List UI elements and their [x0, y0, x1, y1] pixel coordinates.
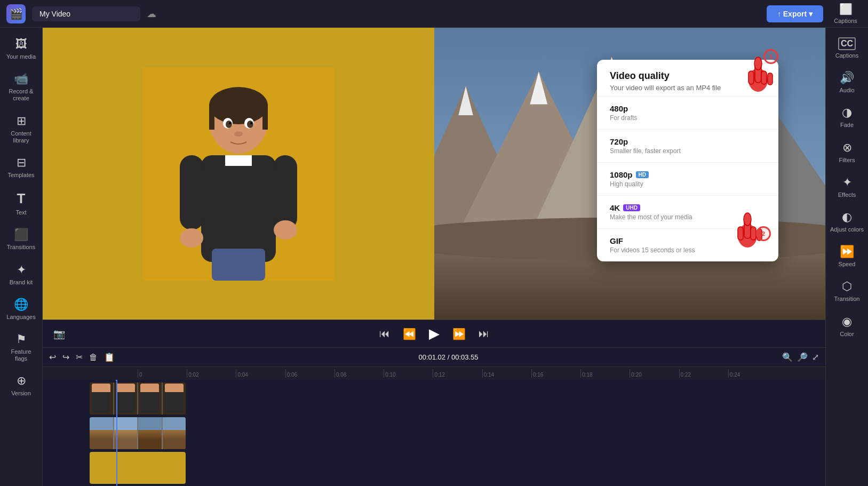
quality-label-4k: 4K UHD	[610, 203, 766, 212]
play-button[interactable]: ▶	[429, 325, 440, 342]
ruler-mark: 0:14	[482, 369, 531, 378]
sidebar-item-label: Your media	[6, 53, 36, 60]
delete-button[interactable]: 🗑	[89, 353, 98, 362]
sidebar-item-transitions[interactable]: ⬛ Transitions	[2, 222, 41, 256]
right-item-audio[interactable]: 🔊 Audio	[828, 66, 866, 99]
ruler-mark: 0:16	[531, 369, 580, 378]
app-logo: 🎬	[6, 4, 26, 23]
right-item-label: Filters	[839, 157, 855, 164]
right-item-fade[interactable]: ◑ Fade	[828, 100, 866, 134]
main-layout: 🖼 Your media 📹 Record &create ⊞ Content …	[0, 28, 868, 486]
right-item-filters[interactable]: ⊗ Filters	[828, 136, 866, 169]
landscape-clip[interactable]	[90, 417, 186, 449]
right-item-label: Color	[840, 331, 854, 338]
rewind-button[interactable]: ⏪	[403, 328, 416, 340]
right-item-label: Speed	[839, 261, 856, 268]
export-button[interactable]: ↑ Export ▾	[767, 5, 823, 22]
feature-flags-icon: ⚑	[16, 332, 27, 346]
sidebar-item-record-create[interactable]: 📹 Record &create	[2, 67, 41, 107]
ruler-mark: 0:06	[285, 369, 335, 378]
avatar-svg	[142, 67, 335, 281]
quality-desc-480p: For drafts	[610, 114, 766, 122]
quality-label-720p: 720p	[610, 137, 766, 146]
ruler-mark: 0:02	[187, 369, 236, 378]
quality-option-720p[interactable]: 720p Smaller file, faster export	[597, 129, 778, 162]
hd-badge: HD	[636, 171, 649, 178]
record-create-icon: 📹	[14, 72, 28, 86]
ruler-mark: 0:18	[580, 369, 630, 378]
skip-back-button[interactable]: ⏮	[379, 328, 390, 340]
ruler-mark: 0:20	[630, 369, 679, 378]
fit-button[interactable]: ⤢	[812, 352, 819, 362]
quality-desc-720p: Smaller file, faster export	[610, 147, 766, 155]
svg-rect-15	[273, 155, 297, 230]
cloud-save-icon[interactable]: ☁	[147, 8, 156, 20]
quality-option-480p[interactable]: 480p For drafts	[597, 96, 778, 129]
audio-icon: 🔊	[840, 71, 854, 85]
version-icon: ⊕	[17, 374, 26, 388]
content-library-icon: ⊞	[17, 114, 26, 128]
undo-button[interactable]: ↩	[49, 352, 56, 362]
color-clip[interactable]	[90, 452, 186, 484]
effects-icon: ✦	[842, 176, 852, 189]
right-item-label: Effects	[838, 192, 856, 198]
skip-forward-button[interactable]: ⏭	[479, 328, 489, 340]
camera-icon[interactable]: 📷	[53, 328, 65, 340]
right-sidebar: CC Captions 🔊 Audio ◑ Fade ⊗ Filters ✦ E…	[825, 28, 868, 486]
video-controls: 📷 ⏮ ⏪ ▶ ⏩ ⏭	[43, 320, 825, 347]
ruler-mark: 0	[138, 369, 187, 378]
templates-icon: ⊟	[17, 156, 26, 170]
svg-rect-18	[212, 249, 265, 281]
quality-option-4k[interactable]: 4K UHD Make the most of your media	[597, 195, 778, 228]
quality-header: Video quality Your video will export as …	[597, 60, 778, 96]
right-item-color[interactable]: ◉ Color	[828, 309, 866, 343]
right-item-label: Fade	[840, 122, 854, 129]
zoom-in-button[interactable]: 🔎	[797, 352, 808, 362]
quality-subtitle: Your video will export as an MP4 file	[610, 84, 766, 92]
svg-point-9	[229, 122, 231, 124]
sidebar-item-content-library[interactable]: ⊞ Content library	[2, 109, 41, 149]
svg-point-16	[180, 228, 203, 248]
right-item-transition[interactable]: ⬡ Transition	[828, 274, 866, 308]
sidebar-item-brand-kit[interactable]: ✦ Brand kit	[2, 258, 41, 291]
sidebar-item-your-media[interactable]: 🖼 Your media	[2, 32, 41, 66]
copy-button[interactable]: 📋	[104, 352, 115, 362]
svg-point-17	[274, 220, 297, 240]
timeline-toolbar: ↩ ↪ ✂ 🗑 📋 00:01.02 / 00:03.55 🔍 🔎 ⤢	[43, 348, 825, 367]
captions-icon: CC	[838, 37, 856, 50]
quality-option-1080p[interactable]: 1080p HD High quality	[597, 162, 778, 195]
uhd-badge: UHD	[623, 204, 640, 211]
video-clip[interactable]	[90, 383, 186, 415]
sidebar-item-label: Brand kit	[10, 279, 33, 286]
brand-kit-icon: ✦	[17, 263, 26, 277]
ruler-mark: 0:08	[335, 369, 384, 378]
right-item-speed[interactable]: ⏩ Speed	[828, 240, 866, 273]
redo-button[interactable]: ↪	[62, 352, 69, 362]
fast-forward-button[interactable]: ⏩	[452, 328, 466, 340]
left-sidebar: 🖼 Your media 📹 Record &create ⊞ Content …	[0, 28, 43, 486]
color-track	[43, 451, 825, 484]
transition-icon: ⬡	[842, 280, 852, 293]
center-panel: Video quality Your video will export as …	[43, 28, 825, 486]
quality-option-gif[interactable]: GIF For videos 15 seconds or less	[597, 228, 778, 261]
sidebar-item-templates[interactable]: ⊟ Templates	[2, 150, 41, 184]
svg-point-10	[250, 122, 252, 124]
timeline-ruler: 0 0:02 0:04 0:06 0:08 0:10 0:12 0:14 0:1…	[43, 367, 825, 380]
sidebar-item-label: Transitions	[7, 244, 35, 251]
sidebar-item-label: Version	[11, 390, 31, 397]
svg-rect-14	[180, 155, 204, 230]
captions-topbar-button[interactable]: ⬜ Captions	[830, 0, 862, 30]
timeline: ↩ ↪ ✂ 🗑 📋 00:01.02 / 00:03.55 🔍 🔎 ⤢	[43, 347, 825, 486]
right-item-captions[interactable]: CC Captions	[828, 32, 866, 65]
sidebar-item-feature-flags[interactable]: ⚑ Feature flags	[2, 327, 41, 368]
right-item-effects[interactable]: ✦ Effects	[828, 170, 866, 204]
sidebar-item-text[interactable]: T Text	[2, 185, 41, 221]
right-item-label: Audio	[839, 87, 854, 94]
filters-icon: ⊗	[842, 141, 852, 155]
sidebar-item-version[interactable]: ⊕ Version	[2, 369, 41, 402]
cut-button[interactable]: ✂	[76, 352, 83, 362]
right-item-adjust-colors[interactable]: ◐ Adjust colors	[828, 205, 866, 238]
project-title[interactable]	[32, 6, 140, 21]
zoom-out-button[interactable]: 🔍	[782, 352, 793, 362]
sidebar-item-languages[interactable]: 🌐 Languages	[2, 292, 41, 326]
